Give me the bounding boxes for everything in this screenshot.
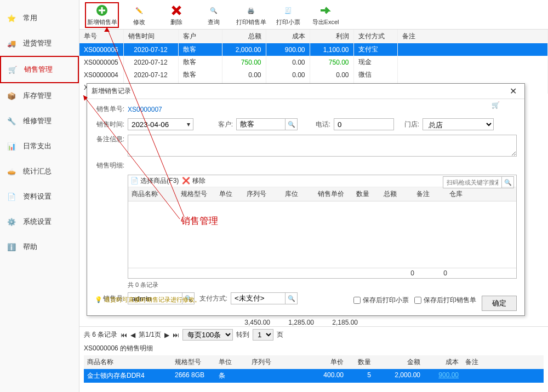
table-row[interactable]: XS00000052020-07-12散客750.000.00750.00现金	[79, 56, 548, 68]
arrow-right-icon	[319, 4, 332, 17]
col-cost: 1,285.00	[270, 319, 314, 326]
chart-icon: 📊	[5, 140, 18, 152]
toolbar-print-order-button[interactable]: 🖨️打印销售单	[234, 2, 268, 28]
detail-header-row: 商品名称规格型号单位序列号库位销售单价数量总额备注仓库	[128, 187, 516, 201]
toolbar-delete-button[interactable]: 删除	[159, 2, 193, 28]
search-icon: 🔍	[207, 4, 220, 17]
scan-search-input[interactable]	[443, 176, 502, 188]
sidebar-item-stock[interactable]: 📦库存管理	[0, 83, 79, 108]
page-goto-select[interactable]: 1	[253, 329, 273, 341]
table-header: 单号销售时间客户总额成本利润支付方式备注	[79, 30, 548, 43]
doc-icon: 📄	[5, 191, 18, 203]
sidebar-item-repair[interactable]: 🔧维修管理	[0, 108, 79, 134]
pencil-icon: ✏️	[133, 4, 146, 17]
shop-select[interactable]: 总店	[423, 118, 494, 130]
printer-icon: 🖨️	[244, 4, 258, 17]
detail-row[interactable]: 金士顿内存条DDR42666 8GB条400.0052,000.00900.00	[84, 369, 544, 383]
col-profit: 2,185.00	[314, 319, 358, 326]
pie-icon: 🥧	[5, 165, 18, 177]
scan-search-icon[interactable]: 🔍	[502, 176, 514, 188]
record-count: 共 0 条记录	[128, 281, 517, 289]
calendar-icon[interactable]: ▾	[187, 120, 190, 128]
sidebar-item-common[interactable]: ⭐常用	[0, 5, 79, 31]
select-product-button[interactable]: 📄 选择商品(F3)	[130, 176, 179, 186]
pager-prev-button[interactable]: ◀	[130, 331, 135, 339]
pager-last-button[interactable]: ⏭	[173, 331, 179, 339]
new-sale-dialog: 新增销售记录 ✕ 🛒 销售单号: XS0000007 销售时间: ▾ 客户: 🔍…	[87, 83, 525, 316]
sidebar-item-sales[interactable]: 🛒销售管理	[0, 56, 79, 83]
truck-icon: 🚚	[5, 37, 18, 49]
sidebar-item-stats[interactable]: 🥧统计汇总	[0, 159, 79, 184]
customer-input[interactable]	[236, 118, 286, 130]
info-icon: ℹ️	[5, 241, 18, 253]
sidebar-item-expense[interactable]: 📊日常支出	[0, 134, 79, 159]
phone-input[interactable]	[334, 118, 394, 130]
sidebar-item-data[interactable]: 📄资料设置	[0, 184, 79, 209]
cart-icon: 🛒	[7, 64, 19, 76]
dialog-title: 新增销售记录	[92, 87, 131, 96]
close-button[interactable]: ✕	[506, 86, 520, 96]
sidebar: ⭐常用 🚚进货管理 🛒销售管理 📦库存管理 🔧维修管理 📊日常支出 🥧统计汇总 …	[0, 0, 79, 392]
plus-icon	[95, 4, 109, 17]
table-row[interactable]: XS00000062020-07-12散客2,000.00900.001,100…	[79, 43, 548, 56]
cart-illustration-icon: 🛒	[492, 101, 519, 123]
sum-total: 0	[414, 269, 447, 277]
order-number: XS0000007	[128, 106, 162, 113]
wrench-icon: 🔧	[5, 115, 18, 127]
sidebar-item-sys[interactable]: ⚙️系统设置	[0, 209, 79, 234]
tip-text: 💡 退货时可直接对销售记录进行修改。	[95, 296, 201, 303]
pager-next-button[interactable]: ▶	[164, 331, 169, 339]
toolbar: 新增销售单 ✏️修改 删除 🔍查询 🖨️打印销售单 🧾打印小票 导出Excel	[79, 0, 548, 30]
remove-product-button[interactable]: ❌ 移除	[182, 176, 205, 186]
sidebar-item-purchase[interactable]: 🚚进货管理	[0, 31, 79, 56]
customer-search-icon[interactable]: 🔍	[286, 118, 298, 130]
ok-button[interactable]: 确定	[482, 296, 517, 311]
print-order-checkbox[interactable]	[414, 297, 421, 304]
detail-grid: 📄 选择商品(F3) ❌ 移除 🔍 商品名称规格型号单位序列号库位销售单价数量总…	[128, 175, 517, 279]
receipt-icon: 🧾	[282, 4, 295, 17]
toolbar-export-button[interactable]: 导出Excel	[309, 2, 342, 28]
toolbar-search-button[interactable]: 🔍查询	[197, 2, 231, 28]
box-icon: 📦	[5, 90, 18, 102]
gear-icon: ⚙️	[5, 216, 18, 228]
col-total: 3,450.00	[226, 319, 270, 326]
sidebar-item-help[interactable]: ℹ️帮助	[0, 234, 79, 260]
print-receipt-checkbox[interactable]	[353, 297, 361, 304]
note-input[interactable]	[128, 135, 517, 157]
toolbar-new-button[interactable]: 新增销售单	[85, 2, 119, 28]
toolbar-print-receipt-button[interactable]: 🧾打印小票	[271, 2, 305, 28]
x-icon	[170, 4, 183, 17]
page-size-select[interactable]: 每页100条	[182, 329, 233, 341]
sum-qty: 0	[381, 269, 414, 277]
sale-date-input[interactable]	[128, 118, 193, 130]
pager-first-button[interactable]: ⏮	[121, 331, 127, 339]
detail-header: 商品名称规格型号单位序列号单价数量金额成本备注	[84, 355, 544, 369]
dialog-titlebar: 新增销售记录 ✕	[87, 84, 524, 99]
star-icon: ⭐	[5, 12, 18, 24]
pager: 共 6 条记录 ⏮◀ 第1/1页 ▶⏭ 每页100条 转到 1 页	[79, 326, 548, 343]
table-row[interactable]: XS00000042020-07-12散客0.000.000.00微信	[79, 68, 548, 81]
detail-title: XS0000006 的销售明细	[84, 344, 544, 353]
toolbar-edit-button[interactable]: ✏️修改	[122, 2, 156, 28]
